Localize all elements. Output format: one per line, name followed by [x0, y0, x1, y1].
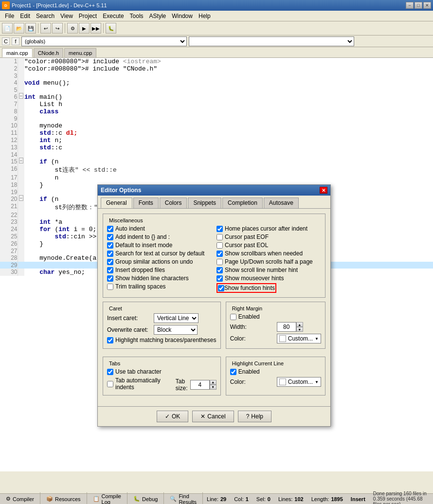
cb-auto-indent-input[interactable]: [107, 226, 113, 232]
cb-use-tab-label: Use tab character: [115, 368, 162, 375]
menu-project[interactable]: Project: [76, 12, 100, 20]
tb-redo[interactable]: ↪: [52, 23, 63, 34]
hl-color-row: Color: Custom... ▼: [230, 377, 321, 387]
tab-main-cpp[interactable]: main.cpp: [2, 48, 33, 57]
cb-tab-auto-input[interactable]: [107, 381, 113, 387]
cb-group-undo-label: Group similar actions on undo: [115, 258, 193, 265]
cb-scrollbars-input[interactable]: [216, 251, 223, 257]
tab-cnode-h[interactable]: CNode.h: [34, 48, 63, 57]
cb-cursor-eof: Cursor past EOF: [216, 234, 321, 240]
globals-select[interactable]: (globals): [21, 36, 187, 46]
status-tab-debug[interactable]: 🐛 Debug: [127, 492, 164, 504]
insert-caret-select[interactable]: Vertical Line: [154, 313, 198, 323]
tabs-title: Tabs: [107, 360, 122, 366]
status-tab-compiler[interactable]: ⚙ Compiler: [0, 492, 40, 504]
tab-size-row: Tab automatically indents Tab size: ▲ ▼: [107, 377, 216, 392]
cb-home-cursor-input[interactable]: [216, 226, 223, 232]
cb-insert-dropped-input[interactable]: [107, 267, 113, 273]
menu-edit[interactable]: Edit: [17, 12, 33, 20]
comprun-icon: ▶▶: [92, 26, 100, 31]
tb-compile[interactable]: ⚙: [67, 23, 78, 34]
dtab-autosave[interactable]: Autosave: [264, 198, 299, 208]
cb-pageupdown-input[interactable]: [216, 259, 223, 265]
cb-default-insert-input[interactable]: [107, 242, 113, 249]
cb-add-indent-input[interactable]: [107, 234, 113, 240]
rm-color-button[interactable]: Custom... ▼: [277, 334, 321, 343]
status-tab-find[interactable]: 🔍 Find Results: [164, 492, 203, 504]
compilelog-icon: 📋: [93, 496, 100, 502]
tab-size-up[interactable]: ▲: [210, 380, 216, 385]
tb-run[interactable]: ▶: [79, 23, 90, 34]
cb-insert-dropped: Insert dropped files: [107, 267, 212, 273]
tb-comprun[interactable]: ▶▶: [90, 23, 101, 34]
menu-execute[interactable]: Execute: [100, 12, 126, 20]
menu-file[interactable]: File: [2, 12, 17, 20]
menu-bar: File Edit Search View Project Execute To…: [0, 11, 433, 21]
cb-mouseover-input[interactable]: [216, 275, 223, 282]
dtab-colors[interactable]: Colors: [160, 198, 187, 208]
cb-hl-enabled-input[interactable]: [230, 369, 236, 375]
cb-search-cursor-label: Search for text at cursor by default: [115, 250, 204, 257]
menu-astyle[interactable]: AStyle: [146, 12, 169, 20]
tb-save[interactable]: 💾: [25, 23, 36, 34]
rm-width-spinner: 80 ▲ ▼: [277, 322, 303, 332]
hl-color-button[interactable]: Custom... ▼: [277, 377, 321, 387]
cb-scroll-hint-input[interactable]: [216, 267, 223, 273]
status-tab-resources[interactable]: 📦 Resources: [40, 492, 87, 504]
cb-func-hints-input[interactable]: [218, 285, 224, 291]
menu-window[interactable]: Window: [169, 12, 196, 20]
tb-new[interactable]: 📄: [2, 23, 13, 34]
hl-line-section: Highlight Current Line Enabled Color: Cu…: [226, 357, 325, 396]
help-button[interactable]: ? Help: [238, 411, 271, 422]
minimize-button[interactable]: −: [406, 2, 414, 9]
func-select[interactable]: [189, 36, 354, 46]
cb-show-hidden-input[interactable]: [107, 275, 113, 282]
menu-help[interactable]: Help: [196, 12, 214, 20]
menu-view[interactable]: View: [57, 12, 76, 20]
maximize-button[interactable]: □: [415, 2, 422, 9]
cb-mouseover-label: Show mouseover hints: [225, 275, 284, 282]
tab-size-down[interactable]: ▼: [210, 385, 216, 390]
cb-tab-auto: Tab automatically indents: [107, 377, 166, 391]
status-parse-info: Done parsing 160 files in 0.359 seconds …: [373, 491, 427, 504]
cb-cursor-eol-input[interactable]: [216, 242, 223, 249]
dtab-snippets[interactable]: Snippets: [188, 198, 221, 208]
menu-search[interactable]: Search: [33, 12, 57, 20]
cb-rm-enabled-input[interactable]: [230, 314, 236, 320]
menu-tools[interactable]: Tools: [127, 12, 146, 20]
rm-width-input[interactable]: 80: [277, 322, 296, 332]
overwrite-caret-select[interactable]: Block: [154, 325, 198, 335]
editor-container: 1"color:#008080"># include <iostream>2"c…: [0, 58, 433, 471]
close-button[interactable]: ✕: [423, 2, 431, 9]
dtab-general[interactable]: General: [101, 198, 132, 208]
cb-search-cursor-input[interactable]: [107, 251, 113, 257]
status-tab-compile-log[interactable]: 📋 Compile Log: [87, 492, 127, 504]
cb-highlight-braces-input[interactable]: [107, 337, 113, 343]
status-right: Done parsing 160 files in 0.359 seconds …: [369, 491, 433, 504]
tab-size-input[interactable]: [190, 380, 210, 390]
dialog-close-button[interactable]: ✕: [320, 187, 327, 194]
rm-width-down[interactable]: ▼: [296, 327, 303, 332]
dtab-fonts[interactable]: Fonts: [133, 198, 159, 208]
tb-open[interactable]: 📂: [14, 23, 24, 34]
cb-add-indent: Add indent to {} and :: [107, 234, 212, 240]
tab-size-control: Tab size: ▲ ▼: [176, 378, 216, 392]
compiler-label: Compiler: [13, 496, 34, 502]
title-bar-text: Project1 - [Project1.dev] - Dev-C++ 5.11: [12, 2, 107, 8]
rm-width-up[interactable]: ▲: [296, 322, 303, 327]
cb-trim-trailing-input[interactable]: [107, 284, 113, 290]
cb-cursor-eof-input[interactable]: [216, 234, 223, 240]
dtab-completion[interactable]: Completion: [222, 198, 263, 208]
tb-debug[interactable]: 🐛: [106, 23, 116, 34]
cb-use-tab-input[interactable]: [107, 369, 113, 375]
func-bar: C f (globals): [0, 36, 433, 47]
ok-button[interactable]: ✓ OK: [157, 411, 188, 422]
cancel-button[interactable]: ✕ Cancel: [192, 411, 234, 422]
status-bar: ⚙ Compiler 📦 Resources 📋 Compile Log 🐛 D…: [0, 493, 433, 504]
app-icon: D: [2, 1, 10, 9]
dialog-footer: ✓ OK ✕ Cancel ? Help: [98, 406, 330, 426]
tb-undo[interactable]: ↩: [40, 23, 51, 34]
cb-group-undo-input[interactable]: [107, 259, 113, 265]
tab-menu-cpp[interactable]: menu.cpp: [64, 48, 96, 57]
right-margin-title: Right Margin: [230, 306, 264, 311]
